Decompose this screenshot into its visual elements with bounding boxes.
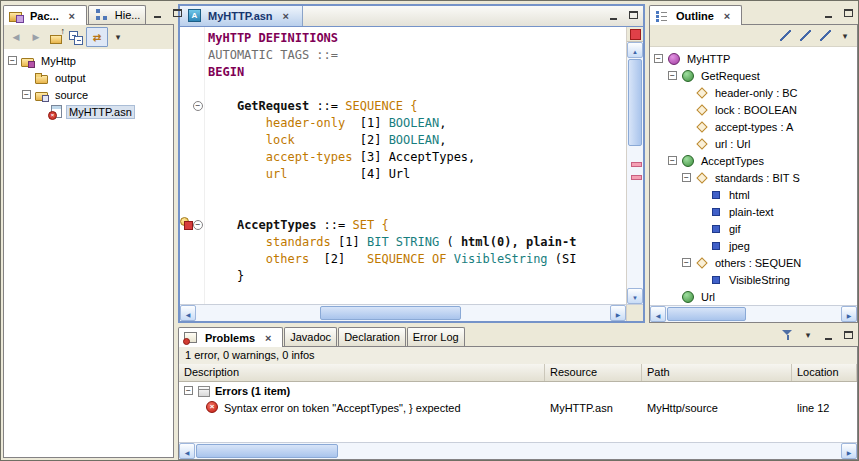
scroll-track[interactable]: [666, 306, 841, 322]
maximize-icon[interactable]: [167, 4, 187, 22]
tree-item-label: url : Url: [713, 138, 752, 150]
column-header-resource[interactable]: Resource: [545, 364, 642, 381]
close-icon[interactable]: [258, 329, 278, 347]
minimize-icon[interactable]: [603, 6, 623, 24]
tab-myhttp-asn[interactable]: MyHTTP.asn: [180, 6, 303, 26]
outline-item-header-only-bc[interactable]: header-only : BC: [650, 84, 857, 101]
problems-table: Errors (1 item) Syntax error on token "A…: [179, 382, 857, 442]
explorer-item-output[interactable]: output: [4, 69, 173, 86]
outline-horizontal-scrollbar[interactable]: [650, 305, 857, 322]
outline-item-visiblestring[interactable]: VisibleString: [650, 271, 857, 288]
scroll-thumb[interactable]: [667, 307, 746, 321]
view-menu-icon[interactable]: [835, 27, 855, 45]
scroll-thumb[interactable]: [320, 306, 461, 320]
scroll-track[interactable]: [195, 443, 841, 459]
outline-item-gif[interactable]: gif: [650, 220, 857, 237]
scroll-track[interactable]: [627, 58, 643, 288]
error-overview-mark[interactable]: [631, 175, 642, 180]
explorer-item-myhttp-asn[interactable]: MyHTTP.asn: [4, 103, 173, 120]
expander-icon[interactable]: [682, 258, 691, 267]
scroll-down-icon[interactable]: [627, 288, 643, 304]
tab-hierarchy[interactable]: Hie...: [88, 5, 147, 24]
problems-group-row[interactable]: Errors (1 item): [179, 382, 857, 399]
outline-item-url-url[interactable]: url : Url: [650, 135, 857, 152]
expander-icon[interactable]: [668, 71, 677, 80]
outline-item-others-sequen[interactable]: others : SEQUEN: [650, 254, 857, 271]
problem-row[interactable]: Syntax error on token "AcceptTypes", } e…: [179, 399, 857, 416]
expander-icon[interactable]: [668, 156, 677, 165]
expander-icon[interactable]: [682, 173, 691, 182]
scroll-thumb[interactable]: [628, 59, 642, 146]
sort-icon[interactable]: [775, 27, 795, 45]
problems-horizontal-scrollbar[interactable]: [179, 442, 857, 459]
close-icon[interactable]: [276, 7, 296, 25]
tab-label: Pac...: [29, 10, 60, 22]
scroll-left-icon[interactable]: [180, 305, 196, 321]
fold-collapse-icon[interactable]: [193, 101, 203, 111]
overview-ruler-header[interactable]: [627, 27, 643, 42]
outline-item-accept-types-a[interactable]: accept-types : A: [650, 118, 857, 135]
up-arrow-icon: [632, 44, 638, 56]
tab-package-explorer[interactable]: Pac...: [3, 5, 87, 25]
outline-item-jpeg[interactable]: jpeg: [650, 237, 857, 254]
maximize-icon[interactable]: [838, 326, 858, 344]
scroll-track[interactable]: [196, 305, 610, 321]
maximize-icon[interactable]: [623, 6, 643, 24]
outline-item-lock-boolean[interactable]: lock : BOOLEAN: [650, 101, 857, 118]
column-header-location[interactable]: Location: [792, 364, 857, 381]
editor-vertical-scrollbar[interactable]: [626, 27, 643, 304]
back-icon[interactable]: [6, 28, 26, 46]
error-overview-mark[interactable]: [631, 162, 642, 167]
column-header-path[interactable]: Path: [642, 364, 792, 381]
outline-item-getrequest[interactable]: GetRequest: [650, 67, 857, 84]
tab-error-log[interactable]: Error Log: [407, 327, 465, 346]
outline-item-accepttypes[interactable]: AcceptTypes: [650, 152, 857, 169]
filter-icon[interactable]: [778, 326, 798, 344]
maximize-icon[interactable]: [838, 4, 858, 22]
outline-item-myhttp[interactable]: MyHTTP: [650, 50, 857, 67]
outline-item-url[interactable]: Url: [650, 288, 857, 305]
scroll-right-icon[interactable]: [841, 443, 857, 459]
outline-item-standards-bit-s[interactable]: standards : BIT S: [650, 169, 857, 186]
error-marker-icon[interactable]: [180, 217, 193, 230]
expander-icon[interactable]: [22, 90, 31, 99]
package-explorer-view: Pac... Hie... MyHttpoutputsourceMyHTTP.a…: [3, 4, 174, 458]
expander-icon[interactable]: [654, 54, 663, 63]
scroll-up-icon[interactable]: [627, 42, 643, 58]
outline-item-html[interactable]: html: [650, 186, 857, 203]
view-menu-icon[interactable]: [798, 326, 818, 344]
tab-label: Problems: [204, 332, 256, 344]
fold-collapse-icon[interactable]: [193, 220, 203, 230]
expander-icon[interactable]: [8, 56, 17, 65]
hide-fields-icon[interactable]: [795, 27, 815, 45]
scroll-right-icon[interactable]: [841, 306, 857, 322]
up-level-icon[interactable]: [46, 28, 66, 46]
outline-item-plain-text[interactable]: plain-text: [650, 203, 857, 220]
minimize-icon[interactable]: [818, 326, 838, 344]
code-line-13: standards [1] BIT STRING ( html(0), plai…: [208, 234, 626, 251]
collapse-all-icon[interactable]: [66, 28, 86, 46]
explorer-item-source[interactable]: source: [4, 86, 173, 103]
link-with-editor-icon[interactable]: [86, 27, 108, 47]
overview-error-indicator[interactable]: [630, 29, 641, 40]
forward-icon[interactable]: [26, 28, 46, 46]
tab-problems[interactable]: Problems: [178, 327, 283, 347]
scroll-thumb[interactable]: [196, 444, 338, 458]
close-icon[interactable]: [717, 7, 737, 25]
code-lines[interactable]: MyHTTP DEFINITIONSAUTOMATIC TAGS ::=BEGI…: [205, 27, 626, 304]
scroll-left-icon[interactable]: [650, 306, 666, 322]
column-header-description[interactable]: Description: [179, 364, 545, 381]
tab-outline[interactable]: Outline: [649, 5, 742, 25]
view-menu-icon[interactable]: [108, 28, 128, 46]
explorer-item-myhttp[interactable]: MyHttp: [4, 52, 173, 69]
expander-icon[interactable]: [184, 386, 193, 395]
minimize-icon[interactable]: [818, 4, 838, 22]
hide-values-icon[interactable]: [815, 27, 835, 45]
scroll-right-icon[interactable]: [610, 305, 626, 321]
tab-declaration[interactable]: Declaration: [338, 327, 406, 346]
editor-horizontal-scrollbar[interactable]: [180, 304, 643, 321]
close-icon[interactable]: [62, 7, 82, 25]
minimize-icon[interactable]: [147, 4, 167, 22]
scroll-left-icon[interactable]: [179, 443, 195, 459]
tab-javadoc[interactable]: Javadoc: [284, 327, 337, 346]
